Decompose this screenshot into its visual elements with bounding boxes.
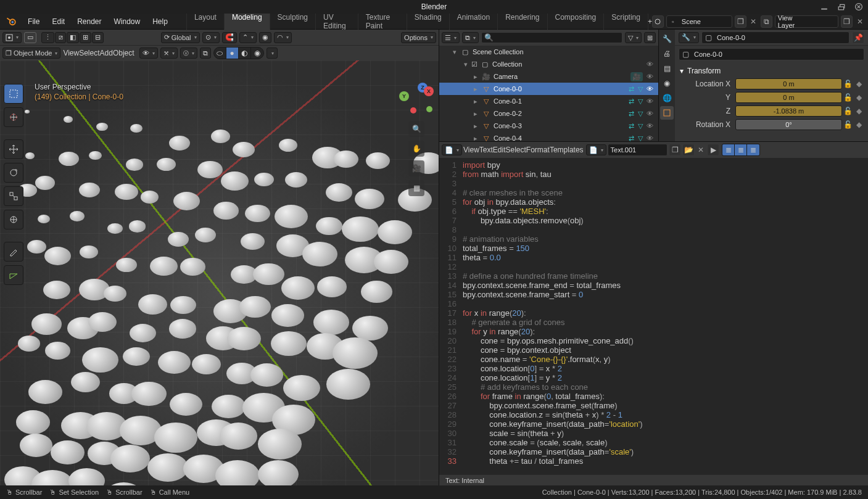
tool-measure[interactable] <box>4 265 23 285</box>
outliner-display-dropdown[interactable]: ⧉ <box>462 32 479 43</box>
cone-mesh[interactable] <box>51 440 85 464</box>
outliner-filter-dropdown[interactable]: ▽ <box>625 32 642 43</box>
texteditor-editor-dropdown[interactable]: 📄 <box>442 144 462 155</box>
snap-dropdown[interactable]: ⌃ <box>239 32 257 43</box>
pan-button[interactable]: ✋ <box>408 141 424 157</box>
scene-new-button[interactable]: ❐ <box>735 15 746 28</box>
properties-breadcrumb[interactable]: ▢Cone-0-0 <box>701 31 849 44</box>
tab-scene[interactable]: ◉ <box>660 76 674 90</box>
linenumbers-toggle[interactable]: ≣ <box>747 144 759 155</box>
tool-move[interactable] <box>4 139 23 159</box>
outliner-new-collection[interactable]: ⊞ <box>644 32 656 43</box>
tool-scale[interactable] <box>4 186 23 206</box>
shading-lookdev[interactable]: ◐ <box>239 47 251 59</box>
cone-mesh[interactable] <box>80 245 98 258</box>
cone-mesh[interactable] <box>378 220 412 244</box>
pivot-dropdown[interactable]: ⊙ <box>202 32 220 43</box>
text-browse-dropdown[interactable]: 📄 <box>586 144 606 155</box>
cone-mesh[interactable] <box>239 296 271 318</box>
cone-mesh[interactable] <box>326 369 370 399</box>
mode-dropdown[interactable]: ❐Object Mode <box>2 47 60 59</box>
cone-mesh[interactable] <box>169 136 191 151</box>
viewlayer-browse-button[interactable]: ⧉ <box>761 15 772 28</box>
cone-mesh[interactable] <box>302 242 337 266</box>
cone-mesh[interactable] <box>173 192 200 210</box>
cone-mesh[interactable] <box>245 205 270 222</box>
tool-rotate[interactable] <box>4 163 23 183</box>
shading-rendered[interactable]: ◉ <box>251 47 263 59</box>
cone-mesh[interactable] <box>227 327 261 350</box>
text-name-field[interactable]: Text.001 <box>608 144 668 156</box>
outliner-item-cone-0-2[interactable]: ▸▽Cone-0-2⇄ ▽ 👁 <box>439 107 658 120</box>
text-menu-format[interactable]: Format <box>526 146 550 154</box>
add-workspace-button[interactable]: + <box>648 17 652 26</box>
cone-mesh[interactable] <box>25 110 30 113</box>
select-tool-small-icon[interactable]: ▭ <box>24 32 36 43</box>
tab-world[interactable]: 🌐 <box>660 91 674 105</box>
location-x-field[interactable]: Location X0 m🔓◆ <box>679 78 864 90</box>
cone-mesh[interactable] <box>221 171 249 191</box>
tab-render[interactable]: 🔧 <box>660 32 674 46</box>
syntax-toggle[interactable]: ≣ <box>735 144 747 155</box>
outliner-item-cone-0-1[interactable]: ▸▽Cone-0-1⇄ ▽ 👁 <box>439 95 658 107</box>
cone-mesh[interactable] <box>96 123 107 131</box>
cone-mesh[interactable] <box>258 429 302 460</box>
lock-icon[interactable]: 🔓 <box>842 93 853 102</box>
text-unlink-button[interactable]: ✕ <box>696 144 706 156</box>
cone-mesh[interactable] <box>195 228 216 242</box>
cone-mesh[interactable] <box>126 159 144 171</box>
cone-mesh[interactable] <box>129 220 146 232</box>
viewport-menu-add[interactable]: Add <box>100 49 113 57</box>
cone-mesh[interactable] <box>180 258 205 275</box>
text-open-button[interactable]: 📂 <box>682 144 695 156</box>
menu-edit[interactable]: Edit <box>46 15 71 28</box>
overlays-dropdown[interactable]: ⦾ <box>180 47 197 59</box>
cone-mesh[interactable] <box>285 172 307 188</box>
tool-transform[interactable] <box>4 210 23 229</box>
cone-mesh[interactable] <box>170 296 196 314</box>
editor-type-dropdown[interactable] <box>2 32 22 43</box>
menu-window[interactable]: Window <box>108 15 147 28</box>
cone-mesh[interactable] <box>130 124 143 133</box>
cone-mesh[interactable] <box>64 116 73 123</box>
cone-mesh[interactable] <box>352 316 388 340</box>
outliner-item-cone-0-0[interactable]: ▸▽Cone-0-0⇄ ▽ 👁 <box>439 83 658 95</box>
cone-mesh[interactable] <box>31 313 62 335</box>
eye-icon[interactable]: 👁 <box>647 134 653 141</box>
viewport-menu-object[interactable]: Object <box>113 49 134 57</box>
cone-mesh[interactable] <box>45 342 70 360</box>
cone-mesh[interactable] <box>212 395 246 418</box>
cone-mesh[interactable] <box>16 410 50 434</box>
perspective-toggle[interactable]: ▦ <box>408 180 424 196</box>
snap-sub-icon[interactable]: ⊟ <box>92 32 104 43</box>
cone-mesh[interactable] <box>158 351 191 374</box>
cone-mesh[interactable] <box>110 445 151 472</box>
cone-mesh[interactable] <box>88 312 117 332</box>
orientation-dropdown[interactable]: ⟳Global <box>161 32 200 43</box>
eye-icon[interactable]: 👁 <box>647 60 653 68</box>
outliner-item-cone-0-3[interactable]: ▸▽Cone-0-3⇄ ▽ 👁 <box>439 120 658 132</box>
lock-icon[interactable]: 🔓 <box>842 80 853 88</box>
close-button[interactable] <box>854 2 863 11</box>
scene-delete-button[interactable]: ✕ <box>749 15 758 28</box>
cone-mesh[interactable] <box>275 205 308 228</box>
outliner-item-camera[interactable]: ▸🎥Camera🎥 👁 <box>439 70 658 83</box>
cone-mesh[interactable] <box>220 423 258 449</box>
cone-mesh[interactable] <box>334 151 358 168</box>
snap-edge-icon[interactable]: ⧄ <box>55 32 66 43</box>
menu-help[interactable]: Help <box>146 15 174 28</box>
shading-wireframe[interactable]: ⬭ <box>214 47 226 59</box>
camera-view-button[interactable]: 🎥 <box>408 160 424 176</box>
options-dropdown[interactable]: Options <box>401 32 436 43</box>
object-name-field[interactable]: ▢Cone-0-0 <box>679 48 864 60</box>
tab-object[interactable] <box>660 106 674 120</box>
cone-mesh[interactable] <box>141 191 159 204</box>
cone-mesh[interactable] <box>44 247 71 265</box>
run-script-button[interactable]: ▶ <box>707 144 719 156</box>
cone-mesh[interactable] <box>43 281 70 300</box>
cone-mesh[interactable] <box>154 423 197 453</box>
eye-icon[interactable]: 👁 <box>647 110 653 117</box>
cone-mesh[interactable] <box>333 337 378 369</box>
viewlayer-field[interactable]: View Layer <box>775 15 838 28</box>
cone-mesh[interactable] <box>130 324 156 342</box>
